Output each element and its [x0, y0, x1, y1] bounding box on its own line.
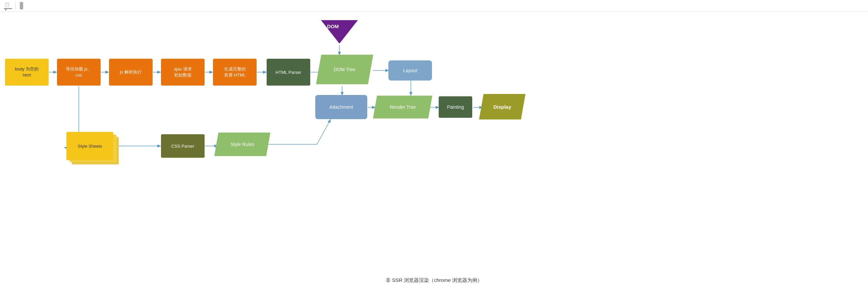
node-wait-js-css-label: 等待加载 js、 css — [66, 66, 92, 78]
node-html-parser-label: HTML Parser — [276, 70, 302, 75]
node-dom-label: DOM — [327, 24, 339, 29]
node-render-tree-label: Render Tree — [390, 105, 416, 110]
node-style-rules: Style Rules — [214, 132, 270, 156]
node-html-parser: HTML Parser — [267, 59, 310, 86]
node-display: Display — [479, 94, 525, 119]
node-body-html: body 为空的 html — [5, 59, 49, 86]
node-layout-label: Layout — [403, 68, 417, 73]
node-render-tree: Render Tree — [373, 96, 432, 118]
node-style-rules-label: Style Rules — [230, 142, 254, 147]
diagram-area: body 为空的 html 等待加载 js、 css js 解析执行 ajax … — [0, 12, 868, 294]
svg-rect-0 — [5, 3, 9, 6]
node-style-sheets: Style Sheets — [66, 132, 113, 160]
node-painting-label: Painting — [447, 105, 464, 110]
node-style-sheets-label: Style Sheets — [78, 144, 102, 149]
node-dom-tree: DOM Tree — [316, 55, 373, 84]
node-ajax-label: ajax 请求 初始数据 — [174, 66, 191, 78]
file-button[interactable]: ▼ — [3, 2, 11, 9]
node-layout: Layout — [389, 60, 432, 81]
node-display-label: Display — [493, 104, 511, 110]
scroll-handle[interactable] — [20, 2, 23, 9]
node-wait-js-css: 等待加载 js、 css — [57, 59, 101, 86]
node-painting: Painting — [439, 96, 472, 118]
node-body-html-label: body 为空的 html — [15, 66, 39, 78]
divider — [16, 2, 16, 9]
diagram-caption: 非 SSR 浏览器渲染（chrome 浏览器为例） — [386, 277, 482, 284]
node-generate-html-label: 生成完整的 首屏 HTML — [224, 66, 246, 78]
node-css-parser-label: CSS Parser — [172, 144, 194, 149]
node-dom-tree-label: DOM Tree — [334, 67, 355, 72]
node-ajax-request: ajax 请求 初始数据 — [161, 59, 205, 86]
node-attachment: Attachment — [315, 95, 367, 119]
node-generate-html: 生成完整的 首屏 HTML — [213, 59, 256, 86]
node-css-parser: CSS Parser — [161, 134, 205, 158]
node-js-parse-label: js 解析执行 — [120, 69, 142, 75]
node-attachment-label: Attachment — [329, 105, 353, 110]
node-dom-triangle — [321, 20, 358, 43]
node-js-parse: js 解析执行 — [109, 59, 153, 86]
toolbar: ▼ — [0, 0, 868, 12]
